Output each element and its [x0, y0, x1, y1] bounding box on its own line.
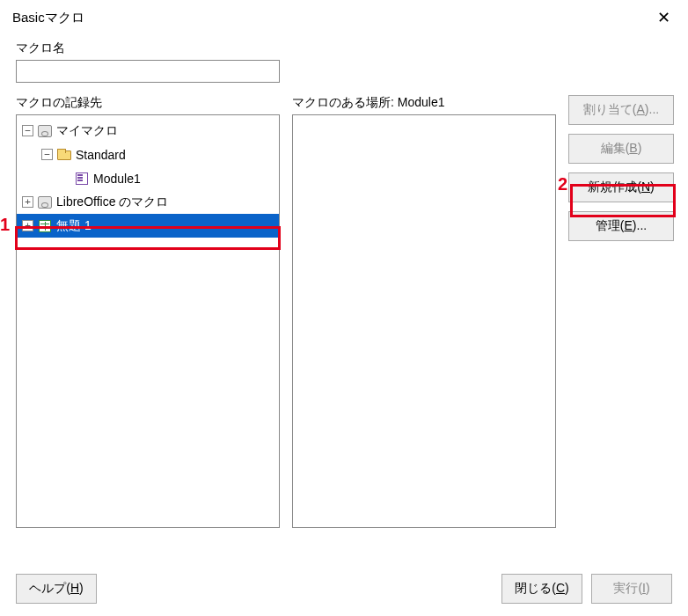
manage-button[interactable]: 管理(E)...	[568, 211, 674, 241]
tree-item-my-macros[interactable]: − マイマクロ	[17, 119, 279, 143]
tree-item-label: Standard	[76, 148, 126, 162]
macro-name-input[interactable]	[16, 60, 280, 83]
tree-item-label: Module1	[93, 172, 141, 186]
macro-save-to-label: マクロの記録先	[16, 95, 280, 111]
module-icon	[74, 172, 90, 186]
edit-button[interactable]: 編集(B)	[568, 134, 674, 164]
folder-icon	[56, 148, 72, 162]
expand-icon[interactable]: +	[22, 220, 33, 231]
macro-location-label: マクロのある場所: Module1	[292, 95, 556, 111]
new-button[interactable]: 新規作成(N)	[568, 172, 674, 202]
close-icon[interactable]: ✕	[652, 8, 676, 27]
tree-item-label: LibreOffice のマクロ	[56, 194, 168, 210]
assign-button[interactable]: 割り当て(A)...	[568, 95, 674, 125]
macro-list-panel[interactable]	[292, 114, 556, 528]
spreadsheet-icon	[37, 219, 53, 233]
tree-item-label: マイマクロ	[56, 123, 118, 139]
close-button[interactable]: 閉じる(C)	[501, 574, 582, 604]
tree-item-untitled1[interactable]: + 無題 1	[17, 214, 279, 238]
tree-item-label: 無題 1	[56, 218, 91, 234]
container-icon	[37, 195, 53, 209]
tree-item-libreoffice-macros[interactable]: + LibreOffice のマクロ	[17, 190, 279, 214]
container-icon	[37, 124, 53, 138]
tree-item-standard[interactable]: − Standard	[17, 143, 279, 166]
dialog-title: Basicマクロ	[12, 10, 84, 26]
expand-icon[interactable]: +	[22, 196, 33, 208]
macro-tree-panel: − マイマクロ − Standard Module1	[16, 114, 280, 528]
collapse-icon[interactable]: −	[22, 125, 33, 136]
run-button[interactable]: 実行(I)	[591, 574, 672, 604]
tree-item-module1[interactable]: Module1	[17, 166, 279, 190]
macro-name-label: マクロ名	[16, 40, 676, 56]
help-button[interactable]: ヘルプ(H)	[16, 574, 97, 604]
collapse-icon[interactable]: −	[41, 149, 53, 160]
